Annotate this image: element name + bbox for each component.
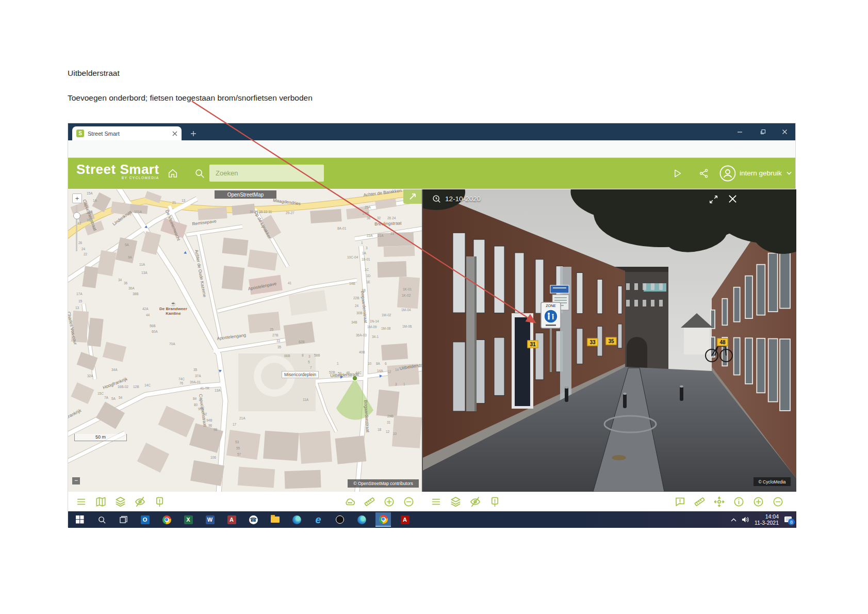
- move-icon[interactable]: [713, 496, 725, 508]
- window-close-button[interactable]: [774, 123, 795, 140]
- house-number: 1M-08: [381, 327, 390, 330]
- zoom-in-button[interactable]: +: [72, 193, 82, 203]
- house-number: 3: [308, 354, 310, 358]
- share-icon[interactable]: [697, 167, 711, 180]
- house-number: 84: [193, 397, 196, 400]
- taskbar-chrome-active-icon[interactable]: [375, 512, 391, 527]
- zoom-out-icon[interactable]: [772, 496, 784, 508]
- marker-icon[interactable]: [489, 496, 501, 508]
- zoom-slider-knob[interactable]: [73, 212, 80, 219]
- taskbar-edge-icon[interactable]: [289, 512, 304, 527]
- browser-tab[interactable]: S Street Smart: [72, 126, 182, 140]
- address-marker-31[interactable]: 31: [527, 341, 538, 348]
- house-number: 12B: [133, 385, 139, 389]
- info-icon[interactable]: [733, 496, 745, 508]
- app-logo-main: Street Smart: [76, 161, 159, 177]
- notification-center-icon[interactable]: 8: [784, 516, 792, 523]
- street-label: Bogaardenstraat: [360, 290, 369, 324]
- house-number: 1A: [362, 251, 366, 255]
- taskbar-chrome-icon[interactable]: [159, 512, 174, 527]
- user-menu-label[interactable]: intern gebruik: [740, 169, 782, 177]
- house-number: 1M-04: [401, 308, 411, 312]
- house-number: 11A: [139, 263, 145, 266]
- address-marker-48[interactable]: 48: [717, 338, 728, 346]
- window-minimize-button[interactable]: [729, 123, 750, 140]
- tab-close-icon[interactable]: [172, 131, 177, 136]
- address-marker-33[interactable]: 33: [587, 338, 598, 346]
- house-number: 62B: [299, 340, 305, 344]
- measure-icon[interactable]: [694, 496, 706, 508]
- house-number: 9A: [128, 255, 132, 259]
- taskbar-outlook-icon[interactable]: O: [137, 512, 153, 527]
- house-number: 3: [366, 246, 368, 250]
- new-tab-button[interactable]: [188, 128, 199, 139]
- browser-tab-bar: S Street Smart: [68, 123, 795, 140]
- taskbar-access-icon[interactable]: A: [224, 512, 239, 527]
- home-icon[interactable]: [166, 167, 179, 180]
- chevron-down-icon[interactable]: [787, 171, 792, 175]
- zoom-out-icon[interactable]: [403, 496, 415, 508]
- play-icon[interactable]: [670, 167, 684, 180]
- menu-icon[interactable]: [430, 496, 442, 508]
- map-icon[interactable]: [95, 496, 107, 508]
- house-number: 27B: [272, 333, 279, 337]
- house-number: 27B: [363, 212, 369, 215]
- search-input[interactable]: [209, 165, 324, 182]
- pano-close-icon[interactable]: [726, 192, 739, 205]
- zoom-out-button[interactable]: −: [72, 477, 80, 484]
- zoom-in-icon[interactable]: [383, 496, 395, 508]
- hide-icon[interactable]: [469, 496, 481, 508]
- taskbar-edge-icon[interactable]: [354, 512, 369, 527]
- house-number: 1M-06: [402, 325, 412, 328]
- recording-date[interactable]: 12-10-2020: [432, 195, 481, 203]
- taskbar-phone-icon[interactable]: ☎: [245, 512, 261, 527]
- pano-fullscreen-icon[interactable]: [708, 193, 719, 205]
- house-number: 14C: [144, 383, 151, 387]
- street-label: Achter de Oude Kazerne: [194, 249, 207, 298]
- content-area: MaagdendriesAchter de BarakkenBreulingst…: [68, 189, 796, 492]
- menu-icon[interactable]: [75, 496, 87, 508]
- house-number: 90A: [198, 407, 204, 411]
- house-number: 15C: [97, 392, 104, 395]
- taskbar-explorer-icon[interactable]: [267, 512, 283, 527]
- taskbar-start-icon[interactable]: [72, 512, 88, 527]
- house-number: 1K-01: [403, 287, 412, 291]
- user-avatar-icon[interactable]: [719, 165, 736, 182]
- house-number: 1C: [365, 268, 369, 271]
- map-panel[interactable]: MaagdendriesAchter de BarakkenBreulingst…: [68, 189, 422, 492]
- zoom-in-icon[interactable]: [752, 496, 764, 508]
- taskbar-ie-icon[interactable]: e: [310, 512, 326, 527]
- history-search-icon: [432, 195, 441, 203]
- map-provider-label[interactable]: OpenStreetMap: [215, 190, 276, 199]
- search-icon[interactable]: [193, 167, 206, 180]
- house-number: 21A: [239, 416, 245, 420]
- house-number: 12: [77, 221, 81, 225]
- map-expand-button[interactable]: [403, 189, 422, 204]
- layers-icon[interactable]: [450, 496, 462, 508]
- house-number: 32: [377, 216, 381, 220]
- taskbar-clock-icon[interactable]: [332, 512, 348, 527]
- house-number: 13: [182, 199, 185, 202]
- taskbar-word-icon[interactable]: W: [202, 512, 218, 527]
- layers-icon[interactable]: [114, 496, 126, 508]
- taskbar-chevron-up-icon[interactable]: [731, 518, 736, 522]
- marker-icon[interactable]: [154, 496, 166, 508]
- hide-icon[interactable]: [134, 496, 146, 508]
- streetsmart-favicon-icon: S: [76, 130, 84, 137]
- house-number: 44: [146, 313, 150, 317]
- speaker-icon[interactable]: [742, 516, 749, 523]
- taskbar-search-icon[interactable]: [94, 512, 109, 527]
- taskbar-excel-icon[interactable]: X: [181, 512, 196, 527]
- comment-icon[interactable]: [674, 496, 686, 508]
- taskbar-task-view-icon[interactable]: [116, 512, 131, 527]
- house-number: 5: [308, 360, 310, 364]
- cloud-icon[interactable]: [344, 496, 356, 508]
- taskbar-clock[interactable]: 14:04 11-3-2021: [755, 513, 779, 526]
- measure-icon[interactable]: [364, 496, 375, 508]
- house-number: 1N-14: [370, 319, 379, 323]
- window-maximize-button[interactable]: [752, 123, 774, 140]
- panorama-panel[interactable]: ZONE 12-10-2020 31333548 © CycloMedia: [423, 189, 796, 492]
- house-number: 34-1: [372, 335, 379, 338]
- taskbar-acrobat-icon[interactable]: A: [397, 512, 413, 527]
- address-marker-35[interactable]: 35: [605, 337, 616, 345]
